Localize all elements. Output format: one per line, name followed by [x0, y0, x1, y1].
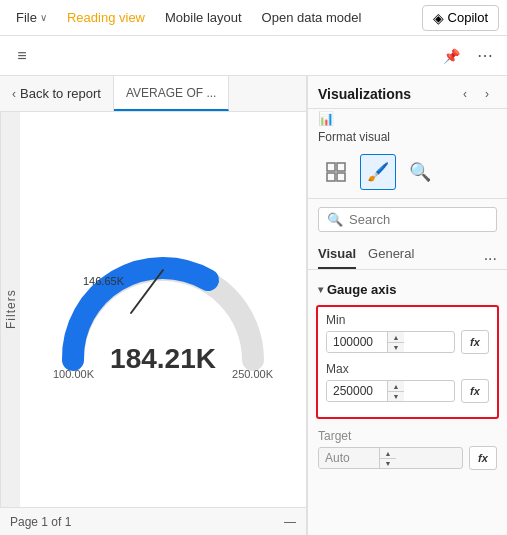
- nav-left-arrow[interactable]: ‹: [455, 84, 475, 104]
- gauge-area: 146.65K 184.21K 100.00K 250.00K: [20, 112, 306, 507]
- viz-nav-arrows: ‹ ›: [455, 84, 497, 104]
- max-label: Max: [326, 362, 489, 376]
- viz-header: Visualizations ‹ ›: [308, 76, 507, 109]
- max-input-row: ▲ ▼ fx: [326, 379, 489, 403]
- table-icon-btn[interactable]: [318, 154, 354, 190]
- pin-icon[interactable]: 📌: [437, 42, 465, 70]
- hamburger-icon[interactable]: ≡: [8, 42, 36, 70]
- gauge-max-label: 250.00K: [232, 368, 273, 380]
- target-spinner-down[interactable]: ▼: [380, 458, 396, 468]
- copilot-button[interactable]: ◈ Copilot: [422, 5, 499, 31]
- min-spinner-down[interactable]: ▼: [388, 342, 404, 352]
- svg-rect-2: [337, 163, 345, 171]
- copilot-icon: ◈: [433, 10, 444, 26]
- target-section: Target ▲ ▼ fx: [308, 423, 507, 476]
- target-spinners: ▲ ▼: [379, 448, 396, 468]
- gauge-axis-box: Min ▲ ▼ fx: [316, 305, 499, 419]
- format-visual-label: Format visual: [308, 126, 507, 150]
- gauge-axis-section: ▾ Gauge axis Min ▲ ▼: [308, 278, 507, 476]
- avg-tab[interactable]: AVERAGE OF ...: [114, 76, 229, 111]
- min-fx-button[interactable]: fx: [461, 330, 489, 354]
- tab-visual[interactable]: Visual: [318, 240, 356, 269]
- page-footer: Page 1 of 1 —: [0, 507, 306, 535]
- search-box: 🔍: [318, 207, 497, 232]
- min-input-row: ▲ ▼ fx: [326, 330, 489, 354]
- toolbar: ≡ 📌 ⋯: [0, 36, 507, 76]
- target-field[interactable]: [319, 448, 379, 468]
- max-spinner-up[interactable]: ▲: [388, 381, 404, 391]
- menu-reading-view[interactable]: Reading view: [59, 6, 153, 29]
- viz-title: Visualizations: [318, 86, 411, 102]
- main-content: ‹ Back to report AVERAGE OF ... Filters: [0, 76, 507, 535]
- min-number-input: ▲ ▼: [326, 331, 455, 353]
- back-to-report-button[interactable]: ‹ Back to report: [0, 76, 114, 111]
- gauge-axis-header[interactable]: ▾ Gauge axis: [308, 278, 507, 301]
- max-row: Max ▲ ▼ fx: [326, 362, 489, 403]
- paint-icon-btn[interactable]: 🖌️: [360, 154, 396, 190]
- icon-row: 🖌️ 🔍: [308, 150, 507, 199]
- target-label: Target: [318, 429, 497, 443]
- back-chevron-icon: ‹: [12, 87, 16, 101]
- menu-bar: File ∨ Reading view Mobile layout Open d…: [0, 0, 507, 36]
- svg-rect-1: [327, 163, 335, 171]
- max-field[interactable]: [327, 381, 387, 401]
- menu-open-data-model[interactable]: Open data model: [254, 6, 370, 29]
- min-row: Min ▲ ▼ fx: [326, 313, 489, 354]
- svg-rect-3: [327, 173, 335, 181]
- viz-tabs: Visual General ...: [308, 240, 507, 270]
- tab-bar: ‹ Back to report AVERAGE OF ...: [0, 76, 306, 112]
- bar-chart-icon: 📊: [318, 111, 334, 126]
- target-spinner-up[interactable]: ▲: [380, 448, 396, 458]
- nav-right-arrow[interactable]: ›: [477, 84, 497, 104]
- max-spinner-down[interactable]: ▼: [388, 391, 404, 401]
- min-spinner-up[interactable]: ▲: [388, 332, 404, 342]
- min-spinners: ▲ ▼: [387, 332, 404, 352]
- max-spinners: ▲ ▼: [387, 381, 404, 401]
- zoom-control: —: [284, 515, 296, 529]
- search-icon: 🔍: [327, 212, 343, 227]
- svg-rect-4: [337, 173, 345, 181]
- right-panel: Visualizations ‹ › 📊 Format visual 🖌️: [307, 76, 507, 535]
- max-fx-button[interactable]: fx: [461, 379, 489, 403]
- target-auto-input: ▲ ▼: [318, 447, 463, 469]
- table-icon: [325, 161, 347, 183]
- target-input-row: ▲ ▼ fx: [318, 446, 497, 470]
- gauge-pointer-label: 146.65K: [83, 275, 124, 287]
- viz-icon-bar-header: 📊: [308, 109, 507, 126]
- gauge-value: 184.21K: [110, 343, 216, 375]
- left-panel: ‹ Back to report AVERAGE OF ... Filters: [0, 76, 307, 535]
- more-options-icon[interactable]: ⋯: [471, 42, 499, 70]
- gauge-container: 146.65K 184.21K 100.00K 250.00K: [53, 245, 273, 375]
- menu-mobile-layout[interactable]: Mobile layout: [157, 6, 250, 29]
- gauge-axis-title: Gauge axis: [327, 282, 396, 297]
- file-chevron-icon: ∨: [40, 12, 47, 23]
- page-info: Page 1 of 1: [10, 515, 71, 529]
- min-label: Min: [326, 313, 489, 327]
- target-fx-button[interactable]: fx: [469, 446, 497, 470]
- search-input[interactable]: [349, 212, 488, 227]
- tab-general[interactable]: General: [368, 240, 414, 269]
- min-field[interactable]: [327, 332, 387, 352]
- max-number-input: ▲ ▼: [326, 380, 455, 402]
- menu-file[interactable]: File ∨: [8, 6, 55, 29]
- gauge-axis-chevron-icon: ▾: [318, 284, 323, 295]
- search-analytics-icon-btn[interactable]: 🔍: [402, 154, 438, 190]
- tab-more-icon[interactable]: ...: [484, 246, 497, 264]
- gauge-min-label: 100.00K: [53, 368, 94, 380]
- filters-strip[interactable]: Filters: [0, 112, 20, 507]
